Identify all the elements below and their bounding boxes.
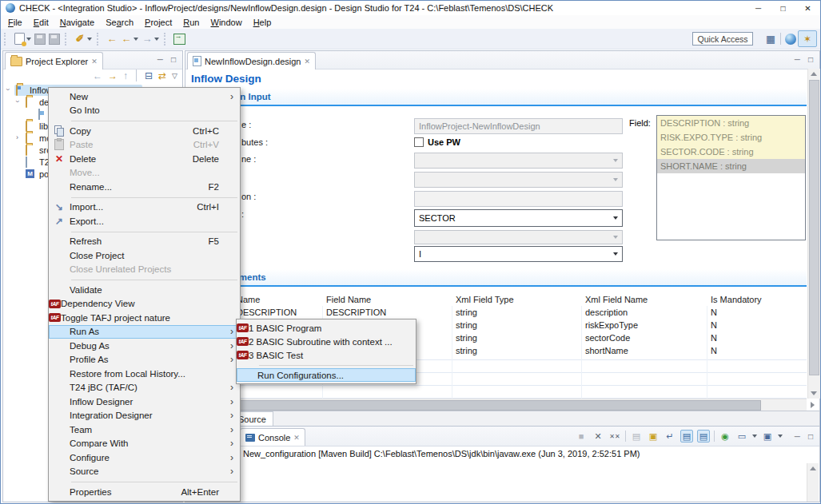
tree-expand-icon[interactable]: › [4,89,12,91]
context-menu-item-restore-from-local-history[interactable]: Restore from Local History... [49,367,240,381]
context-menu-item-close-unrelated-projects[interactable]: Close Unrelated Projects [49,263,240,277]
tree-expand-icon[interactable]: › [14,101,22,103]
back-button[interactable]: ← [119,32,134,46]
menubar-item-edit[interactable]: Edit [28,18,54,27]
close-icon[interactable]: ✕ [91,58,98,65]
view-maximize-icon[interactable]: □ [171,55,176,64]
context-menu-item-source[interactable]: Source› [49,465,240,479]
pe-forward-icon[interactable]: → [108,70,118,81]
view-minimize-icon[interactable]: ─ [157,55,163,64]
console-vertical-scrollbar[interactable] [807,463,819,502]
current-perspective-button[interactable]: ✶ [798,30,817,47]
close-icon[interactable]: ✕ [304,58,310,65]
scrollbar-thumb[interactable] [235,400,761,411]
console-minimize-icon[interactable]: ─ [795,432,800,441]
run-as-item-2-basic-subroutine-with-context[interactable]: tAF2 BASIC Subroutine with context ... [237,335,416,348]
field-list-item[interactable]: SECTOR.CODE : string [657,145,805,159]
collapse-all-icon[interactable]: ⊟ [145,70,153,81]
context-menu-item-team[interactable]: Team› [49,423,240,437]
context-menu-item-integration-designer[interactable]: Integration Designer› [49,409,240,423]
context-menu-item-run-as[interactable]: Run As› [49,325,240,339]
tree-expand-icon[interactable]: › [16,133,18,141]
menubar-item-search[interactable]: Search [100,18,139,27]
context-menu-item-export[interactable]: ↗Export... [49,214,240,228]
back-dropdown-icon[interactable] [134,38,138,41]
menubar-item-window[interactable]: Window [205,18,247,27]
field-list-item[interactable]: SHORT.NAME : string [657,159,805,173]
clear-console-icon[interactable]: ▤ [630,430,643,442]
editor-maximize-icon[interactable]: □ [808,55,813,64]
context-menu-item-go-into[interactable]: Go Into [49,104,240,118]
maximize-button[interactable]: □ [771,1,795,15]
scrollbar-thumb[interactable] [809,80,819,375]
field-list-item[interactable]: DESCRIPTION : string [657,116,805,130]
context-menu-item-paste[interactable]: PasteCtrl+V [49,138,240,153]
link-with-editor-button[interactable] [172,32,186,46]
tab-console[interactable]: Console ✕ [240,428,305,446]
tab-newinflowdesign[interactable]: NewInflowDesign.design ✕ [187,52,316,69]
context-menu-item-inflow-designer[interactable]: Inflow Designer› [49,395,240,409]
type-combo[interactable]: I [414,246,623,262]
scroll-down-icon[interactable] [811,391,817,395]
scroll-up-icon[interactable] [811,72,817,76]
close-icon[interactable]: ✕ [293,434,300,442]
context-menu-item-new[interactable]: New› [49,89,240,104]
menubar-item-navigate[interactable]: Navigate [54,18,100,27]
pin-console-icon[interactable]: ◉ [719,430,731,442]
context-menu-item-import[interactable]: ↘Import...Ctrl+I [49,200,240,215]
last-edit-location-button[interactable]: ← [105,32,119,46]
show-console-stderr-icon[interactable]: ▤ [697,430,710,442]
run-as-item-1-basic-program[interactable]: tAF1 BASIC Program [237,321,416,335]
context-menu-item-rename[interactable]: Rename...F2 [49,180,240,194]
context-menu-item-toggle-tafj-project-nature[interactable]: tAFToggle TAFJ project nature [49,311,240,325]
editor-vertical-scrollbar[interactable] [807,69,820,399]
context-menu-item-close-project[interactable]: Close Project [49,248,240,263]
display-selected-console-icon[interactable]: ▭ [735,430,748,442]
context-menu-item-delete[interactable]: ✕DeleteDelete [49,152,240,166]
field-list-item[interactable]: RISK.EXPO.TYPE : string [657,130,805,145]
terminate-icon[interactable]: ■ [575,430,588,442]
console-maximize-icon[interactable]: □ [808,432,813,441]
scroll-up-icon[interactable] [810,466,816,470]
view-menu-icon[interactable]: ▽ [172,72,177,80]
run-as-item-run-configurations[interactable]: Run Configurations... [237,368,416,382]
external-tools-button[interactable]: ✐ [73,32,87,46]
remove-launch-icon[interactable]: ✕ [592,430,604,442]
context-menu-item-properties[interactable]: PropertiesAlt+Enter [49,485,240,499]
word-wrap-icon[interactable]: ↵ [664,430,676,442]
menubar-item-project[interactable]: Project [139,18,177,27]
context-menu-item-dependency-view[interactable]: tAFDependency View [49,297,240,312]
new-wizard-button[interactable] [12,32,26,46]
context-menu-item-validate[interactable]: Validate [49,283,240,297]
open-console-dropdown-icon[interactable] [778,435,783,438]
context-menu-item-compare-with[interactable]: Compare With› [49,437,240,451]
minimize-button[interactable]: ─ [746,1,771,15]
editor-horizontal-scrollbar[interactable] [185,399,807,411]
context-menu-item-refresh[interactable]: RefreshF5 [49,235,240,249]
run-as-item-3-basic-test[interactable]: tAF3 BASIC Test [237,348,416,362]
link-with-editor-icon[interactable]: ⇄ [158,70,166,81]
scroll-right-icon[interactable] [811,402,815,408]
open-console-icon[interactable]: ▣ [761,430,774,442]
quick-access-box[interactable]: Quick Access [692,32,753,46]
scroll-lock-icon[interactable]: ▣ [647,430,660,442]
context-menu-item-t24-jbc-taf-c[interactable]: T24 jBC (TAF/C)› [49,381,240,395]
external-tools-dropdown-icon[interactable] [87,38,92,41]
new-wizard-dropdown-icon[interactable] [26,38,31,41]
context-menu-item-move[interactable]: Move... [49,166,240,181]
show-console-stdout-icon[interactable]: ▤ [680,430,693,442]
menubar-item-help[interactable]: Help [248,18,277,27]
menubar-item-file[interactable]: File [2,18,28,27]
use-pw-checkbox[interactable] [414,137,424,147]
display-selected-console-dropdown-icon[interactable] [752,435,757,438]
editor-minimize-icon[interactable]: ─ [795,55,800,64]
tab-project-explorer[interactable]: Project Explorer ✕ [5,52,103,69]
open-perspective-button[interactable]: ▦ [763,32,778,46]
context-menu-item-copy[interactable]: CopyCtrl+C [49,124,240,138]
context-menu-item-profile-as[interactable]: Profile As› [49,353,240,367]
menubar-item-run[interactable]: Run [177,18,205,27]
context-menu-item-debug-as[interactable]: Debug As› [49,339,240,353]
field-listbox[interactable]: DESCRIPTION : stringRISK.EXPO.TYPE : str… [656,115,806,240]
remove-all-terminated-icon[interactable]: ✕✕ [608,430,621,442]
integration-perspective-button[interactable] [783,32,798,46]
